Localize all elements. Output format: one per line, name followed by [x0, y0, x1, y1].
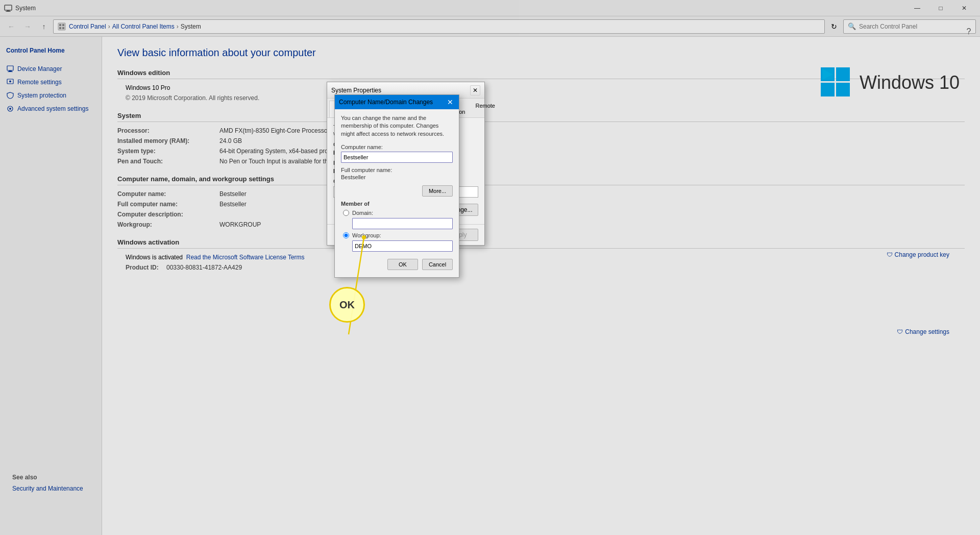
- cn-close-button[interactable]: ✕: [446, 98, 455, 107]
- cn-member-of-label: Member of: [341, 201, 453, 207]
- cn-radio-group: Domain: Workgroup:: [343, 210, 453, 255]
- cn-workgroup-radio-row: Workgroup:: [343, 232, 453, 238]
- cn-more-button[interactable]: More...: [422, 185, 453, 197]
- cn-description: You can change the name and the membersh…: [341, 114, 453, 138]
- cn-full-computer-name-label: Full computer name:: [341, 167, 453, 173]
- cn-workgroup-label: Workgroup:: [352, 232, 381, 238]
- cn-domain-label: Domain:: [352, 210, 373, 216]
- cn-workgroup-input[interactable]: [352, 240, 453, 252]
- ok-callout-label: OK: [339, 299, 355, 311]
- cn-ok-button[interactable]: OK: [387, 259, 418, 270]
- ok-callout-circle: OK: [329, 287, 365, 323]
- cn-content: You can change the name and the membersh…: [335, 109, 459, 277]
- ok-callout: OK: [329, 287, 365, 323]
- cn-domain-radio-row: Domain:: [343, 210, 453, 216]
- cn-computer-name-label: Computer name:: [341, 144, 453, 150]
- computer-name-domain-dialog: Computer Name/Domain Changes ✕ You can c…: [334, 94, 459, 278]
- system-properties-close-button[interactable]: ✕: [470, 85, 480, 95]
- cn-domain-radio[interactable]: [343, 210, 349, 216]
- cn-title: Computer Name/Domain Changes: [339, 99, 433, 106]
- tab-remote[interactable]: Remote: [470, 101, 500, 117]
- dialog-overlay: [0, 0, 980, 535]
- cn-cancel-button[interactable]: Cancel: [422, 259, 453, 270]
- cn-computer-name-input[interactable]: [341, 152, 453, 163]
- cn-title-bar: Computer Name/Domain Changes ✕: [335, 95, 459, 109]
- cn-buttons: OK Cancel: [341, 255, 453, 272]
- cn-full-computer-name-value: Bestseller: [341, 174, 453, 180]
- cn-domain-input[interactable]: [352, 218, 453, 229]
- cn-workgroup-radio[interactable]: [343, 232, 349, 238]
- system-properties-title: System Properties: [331, 87, 381, 94]
